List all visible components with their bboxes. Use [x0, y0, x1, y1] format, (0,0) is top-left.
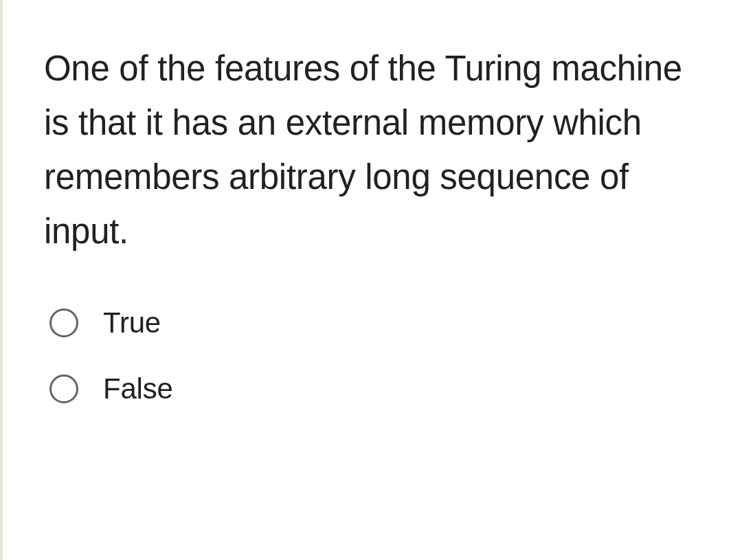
option-label: True — [103, 306, 161, 339]
option-true[interactable]: True — [49, 306, 708, 339]
options-group: True False — [44, 306, 708, 405]
question-container: One of the features of the Turing machin… — [0, 0, 742, 560]
option-false[interactable]: False — [49, 372, 708, 405]
question-text: One of the features of the Turing machin… — [44, 41, 708, 258]
option-label: False — [103, 372, 173, 405]
radio-icon — [49, 309, 78, 337]
radio-icon — [49, 374, 78, 403]
